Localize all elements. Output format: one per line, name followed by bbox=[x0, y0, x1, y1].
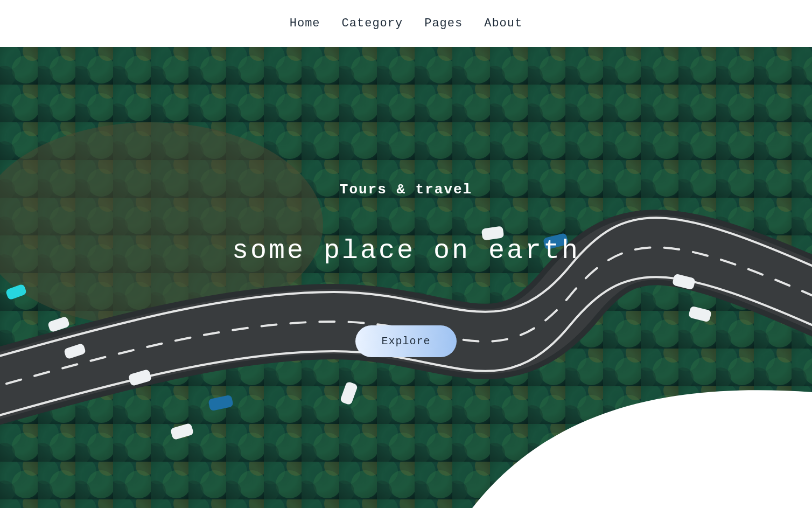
hero-subtitle: Tours & travel bbox=[340, 182, 472, 198]
nav-item-home[interactable]: Home bbox=[290, 17, 320, 30]
nav-item-pages[interactable]: Pages bbox=[424, 17, 463, 30]
top-nav: Home Category Pages About bbox=[0, 0, 812, 47]
hero-bottom-curve bbox=[457, 357, 812, 508]
hero-content: Tours & travel some place on earth Explo… bbox=[164, 182, 648, 357]
nav-item-category[interactable]: Category bbox=[342, 17, 403, 30]
nav-item-about[interactable]: About bbox=[484, 17, 522, 30]
hero-section: Tours & travel some place on earth Explo… bbox=[0, 47, 812, 508]
hero-title: some place on earth bbox=[232, 235, 580, 266]
explore-button[interactable]: Explore bbox=[355, 325, 456, 357]
